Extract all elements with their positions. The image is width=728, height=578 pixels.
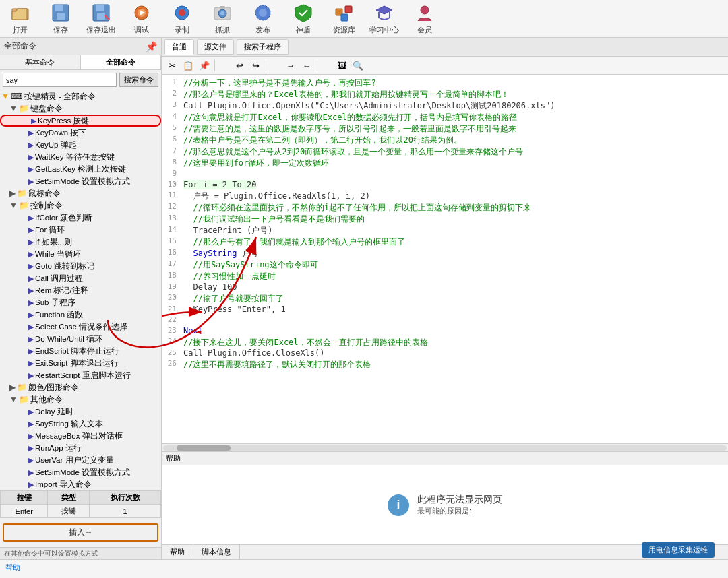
param-val-count: 1 <box>90 505 161 518</box>
code-line-1: 1 //分析一下，这里护号是不是先输入户号，再按回车? <box>162 77 728 89</box>
getlastkey-icon: ▶ <box>28 165 34 174</box>
tree-node-import[interactable]: ▶ Import 导入命令 <box>0 478 161 490</box>
tree-node-saystring[interactable]: ▶ SayString 输入文本 <box>0 418 161 430</box>
tree-node-dowhile[interactable]: ▶ Do While/Until 循环 <box>0 333 161 345</box>
search-input[interactable] <box>3 73 117 87</box>
etool-indent[interactable]: → <box>283 58 298 73</box>
webpage-tab-help[interactable]: 帮助 <box>162 545 193 559</box>
tab-basic[interactable]: 基本命令 <box>0 55 81 69</box>
etool-outdent[interactable]: ← <box>299 58 314 73</box>
tree-node-if[interactable]: ▶ If 如果...则 <box>0 236 161 248</box>
tree-node-ifcolor[interactable]: ▶ IfColor 颜色判断 <box>0 212 161 224</box>
command-tree: ▼ ⌨ 按键精灵 - 全部命令 ▼ 📁 键盘命令 ▶ KeyPress 按键 ▶… <box>0 90 161 490</box>
sidebar-tabs: 基本命令 全部命令 <box>0 55 161 70</box>
tree-node-for[interactable]: ▶ For 循环 <box>0 224 161 236</box>
keydown-icon: ▶ <box>28 129 34 137</box>
selectcase-label: Select Case 情况条件选择 <box>35 322 127 332</box>
horizontal-scrollbar[interactable] <box>162 443 728 451</box>
tree-node-endscript[interactable]: ▶ EndScript 脚本停止运行 <box>0 345 161 357</box>
sidebar-title: 全部命令 <box>4 40 36 52</box>
for-label: For 循环 <box>35 225 65 235</box>
tree-node-setsimmode2[interactable]: ▶ SetSimMode 设置模拟方式 <box>0 466 161 478</box>
etool-copy[interactable]: 📋 <box>181 58 195 73</box>
tab-all[interactable]: 全部命令 <box>81 55 162 69</box>
record-label: 录制 <box>175 25 189 35</box>
help-link[interactable]: 帮助 <box>0 560 26 578</box>
tree-node-waitkey[interactable]: ▶ WaitKey 等待任意按键 <box>0 151 161 163</box>
tree-node-selectcase[interactable]: ▶ Select Case 情况条件选择 <box>0 321 161 333</box>
endscript-icon: ▶ <box>28 347 34 356</box>
toolbar-resource-btn[interactable]: 资源库 <box>329 2 359 35</box>
other-label: 其他命令 <box>30 395 63 405</box>
editor-tab-search[interactable]: 搜索子程序 <box>237 39 289 55</box>
tree-node-getlastkey[interactable]: ▶ GetLastKey 检测上次按键 <box>0 163 161 175</box>
main-area: 全部命令 📌 基本命令 全部命令 搜索命令 ▼ ⌨ 按键精灵 - 全部命令 ▼ … <box>0 38 728 559</box>
tree-node-control[interactable]: ▼ 📁 控制命令 <box>0 199 161 212</box>
tree-node-while[interactable]: ▶ While 当循环 <box>0 248 161 260</box>
toolbar-open-btn[interactable]: 打开 <box>5 2 35 35</box>
tree-node-keypress[interactable]: ▶ KeyPress 按键 <box>0 115 161 127</box>
toolbar-capture-btn[interactable]: 抓抓 <box>208 2 237 35</box>
code-line-10: 10 For i = 2 To 20 <box>162 180 728 191</box>
tree-node-colorshape[interactable]: ▶ 📁 颜色/图形命令 <box>0 381 161 393</box>
toolbar-publish-btn[interactable]: 发布 <box>248 2 278 35</box>
search-button[interactable]: 搜索命令 <box>119 73 158 87</box>
open-icon <box>9 2 31 24</box>
tree-node-msgbox[interactable]: ▶ MessageBox 弹出对话框 <box>0 430 161 442</box>
etool-scissors[interactable]: ✂ <box>164 58 179 73</box>
insert-button[interactable]: 插入→ <box>3 523 158 542</box>
toolbar-record-btn[interactable]: 录制 <box>167 2 197 35</box>
toolbar-learn-btn[interactable]: 学习中心 <box>369 2 399 35</box>
tree-node-goto[interactable]: ▶ Goto 跳转到标记 <box>0 260 161 272</box>
toolbar-debug-btn[interactable]: 调试 <box>127 2 156 35</box>
tree-node-setsimmode[interactable]: ▶ SetSimMode 设置模拟方式 <box>0 175 161 187</box>
tree-node-restartscript[interactable]: ▶ RestartScript 重启脚本运行 <box>0 369 161 381</box>
editor-tab-normal[interactable]: 普通 <box>164 39 194 55</box>
toolbar-member-btn[interactable]: 会员 <box>410 2 439 35</box>
scroll-track <box>163 445 727 451</box>
etool-image[interactable]: 🖼 <box>334 58 349 73</box>
code-editor[interactable]: 1 //分析一下，这里护号是不是先输入户号，再按回车? 2 //那么户号是哪里来… <box>162 75 728 443</box>
code-line-5: 5 //需要注意的是，这里的数据是数字序号，所以引号引起来，一般若里面是数字不用… <box>162 123 728 135</box>
saveexit-icon <box>90 2 112 24</box>
webpage-content: i 此程序无法显示网页 最可能的原因是: <box>162 465 728 544</box>
capture-icon <box>212 2 233 24</box>
learn-icon <box>373 2 395 24</box>
tree-node-keydown[interactable]: ▶ KeyDown 按下 <box>0 127 161 139</box>
delay-label: Delay 延时 <box>35 407 73 417</box>
tree-node-uservar[interactable]: ▶ UserVar 用户定义变量 <box>0 454 161 466</box>
tree-node-root[interactable]: ▼ ⌨ 按键精灵 - 全部命令 <box>0 90 161 102</box>
tree-node-runapp[interactable]: ▶ RunApp 运行 <box>0 442 161 454</box>
etool-search2[interactable]: 🔍 <box>351 58 365 73</box>
capture-label: 抓抓 <box>215 25 230 35</box>
toolbar-save-btn[interactable]: 保存 <box>46 2 75 35</box>
svg-rect-2 <box>55 5 63 11</box>
webpage-tab-scriptinfo[interactable]: 脚本信息 <box>193 545 240 559</box>
etool-undo[interactable]: ↩ <box>232 58 247 73</box>
tree-node-delay[interactable]: ▶ Delay 延时 <box>0 406 161 418</box>
tree-node-call[interactable]: ▶ Call 调用过程 <box>0 272 161 284</box>
exitscript-icon: ▶ <box>28 359 34 368</box>
import-label: Import 导入命令 <box>35 480 92 490</box>
search-area: 搜索命令 <box>0 70 161 90</box>
msgbox-icon: ▶ <box>28 432 34 441</box>
tree-node-keyboard[interactable]: ▼ 📁 键盘命令 <box>0 102 161 115</box>
scroll-thumb[interactable] <box>177 445 231 451</box>
endscript-label: EndScript 脚本停止运行 <box>35 346 119 356</box>
tree-node-keyup[interactable]: ▶ KeyUp 弹起 <box>0 139 161 151</box>
tree-node-exitscript[interactable]: ▶ ExitScript 脚本退出运行 <box>0 357 161 369</box>
toolbar-saveexit-btn[interactable]: 保存退出 <box>86 2 116 35</box>
publish-label: 发布 <box>255 25 270 35</box>
tree-node-function[interactable]: ▶ Function 函数 <box>0 309 161 321</box>
tree-node-sub[interactable]: ▶ Sub 子程序 <box>0 296 161 309</box>
tree-node-rem[interactable]: ▶ Rem 标记/注释 <box>0 284 161 296</box>
code-line-18: 18 //养习惯性加一点延时 <box>162 271 728 282</box>
code-line-19: 19 Delay 100 <box>162 282 728 293</box>
tree-node-other[interactable]: ▼ 📁 其他命令 <box>0 393 161 406</box>
etool-paste[interactable]: 📌 <box>197 58 212 73</box>
etool-redo[interactable]: ↪ <box>248 58 263 73</box>
keypress-label: KeyPress 按键 <box>38 116 89 126</box>
tree-node-mouse[interactable]: ▶ 📁 鼠标命令 <box>0 187 161 199</box>
toolbar-shield-btn[interactable]: 神盾 <box>289 2 318 35</box>
editor-tab-source[interactable]: 源文件 <box>197 39 234 55</box>
